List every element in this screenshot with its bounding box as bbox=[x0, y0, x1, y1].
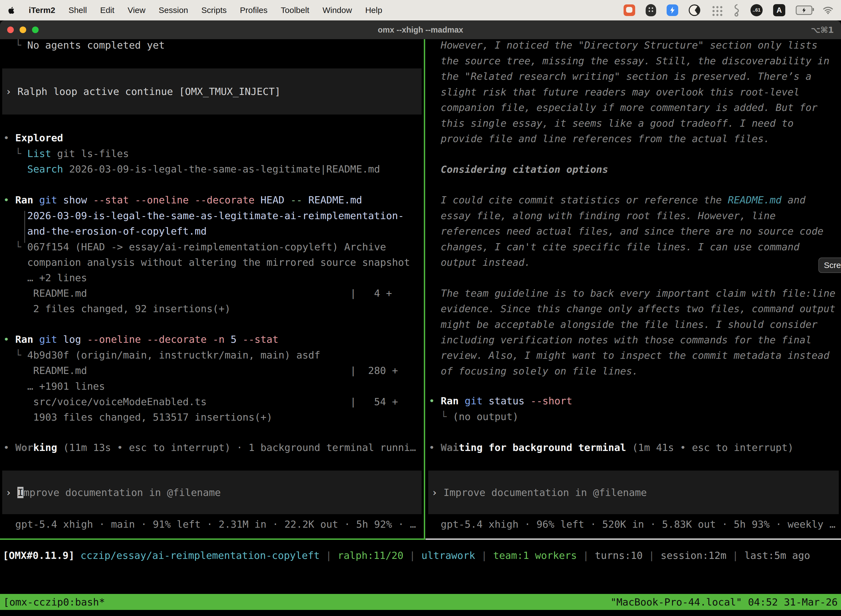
dots-grid-icon[interactable] bbox=[711, 4, 722, 16]
terminal-row: changes, I can't cite specific file line… bbox=[425, 239, 841, 255]
menu-bar-status-icons: ..61 A bbox=[624, 4, 833, 16]
menu-item-profiles[interactable]: Profiles bbox=[240, 6, 267, 15]
terminal-row: gpt-5.4 xhigh · 96% left · 520K in · 5.8… bbox=[425, 517, 841, 532]
tmux-status-bar: [omx-cczip0:bash* "MacBook-Pro-44.local"… bbox=[0, 594, 841, 610]
screenshot-app-icon[interactable] bbox=[624, 4, 635, 16]
terminal-row: 2026-03-09-is-legal-the-same-as-legitima… bbox=[0, 208, 424, 224]
pane-divider[interactable] bbox=[424, 39, 425, 540]
terminal-row: However, I noticed the "Directory Struct… bbox=[425, 39, 841, 53]
close-button[interactable] bbox=[7, 26, 14, 33]
right-pane[interactable]: However, I noticed the "Directory Struct… bbox=[425, 39, 841, 540]
terminal-row: … +2 lines bbox=[0, 270, 424, 286]
minimize-button[interactable] bbox=[20, 26, 26, 33]
terminal-row: └ 4b9d30f (origin/main, instructkr/main,… bbox=[0, 348, 424, 363]
terminal-row: README.md| 4 + bbox=[0, 286, 424, 301]
menu-item-scripts[interactable]: Scripts bbox=[201, 6, 227, 15]
terminal-row: • Explored bbox=[0, 130, 424, 146]
terminal-row: README.md| 280 + bbox=[0, 363, 424, 378]
terminal-row: and-the-erosion-of-copyleft.md bbox=[0, 224, 424, 239]
terminal-row: slight risk that future readers may over… bbox=[425, 84, 841, 100]
right-pane-border bbox=[425, 538, 841, 540]
menu-item-session[interactable]: Session bbox=[159, 6, 188, 15]
terminal-row: review. Also, I might want to inspect th… bbox=[425, 348, 841, 363]
terminal-row: I could cite commit statistics or refere… bbox=[425, 192, 841, 208]
terminal-row: output instead. bbox=[425, 255, 841, 270]
terminal-row: Search 2026-03-09-is-legal-the-same-as-l… bbox=[0, 161, 424, 177]
menu-items: iTerm2ShellEditViewSessionScriptsProfile… bbox=[29, 6, 382, 15]
terminal-row: of focusing solely on file lines. bbox=[425, 364, 841, 379]
zoom-button[interactable] bbox=[32, 26, 39, 33]
terminal-row: The team guideline is to back every impo… bbox=[425, 286, 841, 301]
crescent-app-icon[interactable] bbox=[689, 4, 700, 16]
terminal-row: the "Related research writing" section i… bbox=[425, 69, 841, 84]
terminal-row: • Working (11m 13s • esc to interrupt) ·… bbox=[0, 440, 424, 455]
terminal-row: the source tree, missing the essay. Stil… bbox=[425, 53, 841, 69]
terminal-row: • Ran git status --short bbox=[425, 393, 841, 409]
terminal: └ No agents completed yet• Explored └ Li… bbox=[0, 39, 841, 616]
terminal-row: Considering citation options bbox=[425, 162, 841, 177]
tmux-host-clock-label: "MacBook-Pro-44.local" 04:52 31-Mar-26 bbox=[610, 596, 838, 608]
terminal-row: • Ran git log --oneline --decorate -n 5 … bbox=[0, 332, 424, 347]
menu-item-edit[interactable]: Edit bbox=[100, 6, 114, 15]
ralph-loop-banner: › Ralph loop active continue [OMX_TMUX_I… bbox=[2, 69, 422, 114]
apple-menu-icon[interactable] bbox=[8, 6, 15, 15]
menu-item-help[interactable]: Help bbox=[365, 6, 382, 15]
window-title: omx --xhigh --madmax bbox=[0, 25, 841, 35]
menu-item-iterm2[interactable]: iTerm2 bbox=[29, 6, 55, 15]
terminal-row: references need actual files, and since … bbox=[425, 224, 841, 239]
left-pane-border bbox=[0, 538, 424, 540]
terminal-row: companion analysis without altering the … bbox=[0, 255, 424, 270]
menu-item-window[interactable]: Window bbox=[322, 6, 352, 15]
terminal-row: └ 067f154 (HEAD -> essay/ai-reimplementa… bbox=[0, 239, 424, 255]
terminal-row: might be acceptable alongside the file l… bbox=[425, 317, 841, 332]
terminal-row: • Ran git show --stat --oneline --decora… bbox=[0, 192, 424, 208]
battery-percent-badge[interactable]: ..61 bbox=[750, 4, 763, 16]
tree-guide-line bbox=[24, 211, 25, 243]
terminal-row: └ List git ls-files bbox=[0, 146, 424, 161]
terminal-row: this single essay, it seems like a good … bbox=[425, 116, 841, 131]
screen-share-indicator[interactable]: Scre bbox=[818, 258, 841, 273]
window-shortcut-label: ⌥⌘1 bbox=[811, 25, 834, 35]
terminal-row: … +1901 lines bbox=[0, 378, 424, 394]
terminal-row: • Waiting for background terminal (1m 41… bbox=[425, 440, 841, 455]
menu-item-toolbelt[interactable]: Toolbelt bbox=[281, 6, 309, 15]
terminal-row: src/voice/voiceModeEnabled.ts| 54 + bbox=[0, 394, 424, 409]
assistant-a-icon[interactable]: A bbox=[773, 4, 785, 16]
wifi-icon[interactable] bbox=[823, 6, 833, 14]
left-prompt-input[interactable]: › Improve documentation in @filename bbox=[2, 471, 422, 514]
shield-icon[interactable] bbox=[646, 4, 656, 16]
omx-status-line: [OMX#0.11.9] cczip/essay/ai-reimplementa… bbox=[0, 548, 841, 563]
terminal-row: including verification notes with those … bbox=[425, 332, 841, 348]
hook-icon[interactable] bbox=[733, 4, 740, 16]
terminal-row: essay file, along with finding root file… bbox=[425, 208, 841, 224]
terminal-row: └ (no output) bbox=[425, 409, 841, 424]
iterm-window: omx --xhigh --madmax ⌥⌘1 └ No agents com… bbox=[0, 21, 841, 616]
menu-item-view[interactable]: View bbox=[128, 6, 145, 15]
terminal-row: └ No agents completed yet bbox=[0, 39, 424, 53]
menu-bar: iTerm2ShellEditViewSessionScriptsProfile… bbox=[0, 0, 841, 21]
screen: { "menu_bar": { "items": ["iTerm2", "She… bbox=[0, 0, 841, 616]
lightning-app-icon[interactable] bbox=[667, 4, 678, 16]
battery-icon[interactable] bbox=[796, 6, 812, 15]
terminal-row: provide file and line references from th… bbox=[425, 131, 841, 147]
traffic-lights bbox=[7, 26, 39, 33]
terminal-row: 1903 files changed, 513517 insertions(+) bbox=[0, 409, 424, 425]
menu-item-shell[interactable]: Shell bbox=[69, 6, 87, 15]
terminal-row: companion file, especially if more comme… bbox=[425, 100, 841, 115]
window-titlebar[interactable]: omx --xhigh --madmax ⌥⌘1 bbox=[0, 21, 841, 39]
terminal-row: 2 files changed, 92 insertions(+) bbox=[0, 301, 424, 317]
terminal-row: evidence. Since this change only affects… bbox=[425, 301, 841, 317]
right-prompt-input[interactable]: › Improve documentation in @filename bbox=[428, 471, 839, 514]
terminal-row: gpt-5.4 xhigh · main · 91% left · 2.31M … bbox=[0, 517, 424, 532]
tmux-session-label: [omx-cczip0:bash* bbox=[3, 596, 105, 608]
